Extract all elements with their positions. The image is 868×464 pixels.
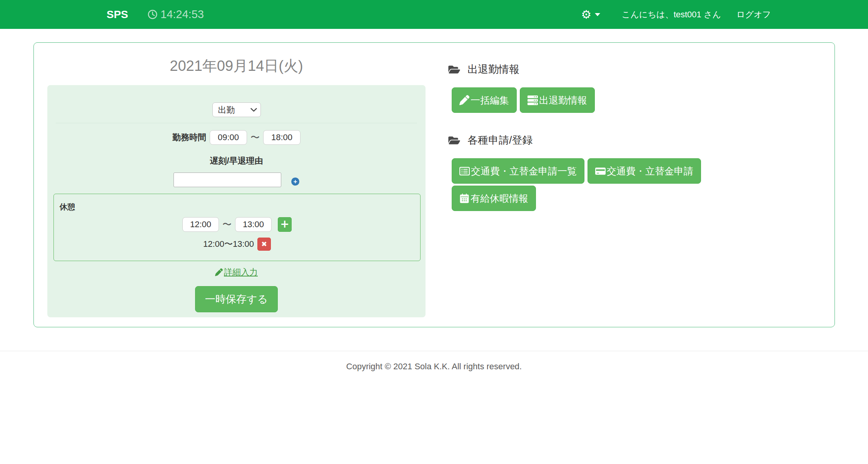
bulk-edit-button[interactable]: 一括編集	[452, 87, 517, 113]
attendance-buttons-row: 一括編集 出退勤情報	[452, 87, 744, 113]
section-heading-label: 各種申請/登録	[467, 133, 533, 147]
button-label: 一括編集	[471, 94, 509, 107]
panel-divider	[56, 123, 417, 123]
break-input-row: 〜 +	[54, 217, 420, 232]
work-start-input[interactable]	[210, 130, 247, 145]
work-end-input[interactable]	[263, 130, 300, 145]
logoff-link[interactable]: ログオフ	[736, 9, 771, 20]
worktime-separator: 〜	[250, 131, 260, 144]
server-icon	[527, 95, 538, 106]
clock-display: 14:24:53	[147, 8, 204, 21]
date-title: 2021年09月14日(火)	[47, 56, 426, 76]
break-entry-row: 12:00〜13:00 ✖	[54, 238, 420, 251]
button-label: 交通費・立替金申請一覧	[471, 165, 577, 178]
list-alt-icon	[459, 166, 470, 176]
footer-divider	[0, 351, 868, 351]
pencil-icon	[215, 268, 223, 276]
brand-link[interactable]: SPS	[107, 8, 128, 21]
remove-break-button[interactable]: ✖	[257, 238, 271, 251]
worktime-row: 勤務時間 〜	[47, 130, 426, 145]
clock-time: 14:24:53	[160, 8, 204, 21]
main-card: 2021年09月14日(火) 出勤 勤務時間 〜 遅刻/早退理由 +	[33, 42, 835, 327]
expense-apply-button[interactable]: 交通費・立替金申請	[588, 158, 701, 184]
expense-list-button[interactable]: 交通費・立替金申請一覧	[452, 158, 584, 184]
folder-open-icon	[448, 64, 460, 75]
credit-card-icon	[595, 166, 606, 176]
temp-save-button[interactable]: 一時保存する	[195, 286, 278, 312]
detail-row: 詳細入力	[47, 266, 426, 278]
detail-input-link[interactable]: 詳細入力	[215, 266, 258, 278]
greeting-text: こんにちは、test001 さん	[622, 9, 721, 20]
folder-open-icon	[448, 135, 460, 146]
plus-circle-icon[interactable]: +	[291, 178, 299, 186]
button-label: 出退勤情報	[539, 94, 587, 107]
attendance-entry-column: 2021年09月14日(火) 出勤 勤務時間 〜 遅刻/早退理由 +	[47, 50, 426, 317]
late-reason-row: +	[47, 173, 426, 187]
break-end-input[interactable]	[235, 217, 272, 232]
section-heading-applications: 各種申請/登録	[448, 133, 823, 147]
attendance-type-select[interactable]: 出勤	[212, 102, 261, 117]
calendar-icon	[459, 193, 469, 203]
settings-dropdown[interactable]: ⚙	[581, 9, 600, 20]
menu-column: 出退勤情報 一括編集	[448, 50, 823, 317]
break-label: 休憩	[54, 202, 420, 212]
attendance-info-button[interactable]: 出退勤情報	[520, 87, 595, 113]
attendance-type-select-control[interactable]: 出勤	[212, 102, 261, 117]
worktime-label: 勤務時間	[172, 132, 206, 143]
clock-icon	[147, 9, 158, 20]
late-reason-input[interactable]	[174, 173, 281, 187]
detail-link-label: 詳細入力	[224, 266, 258, 278]
gear-icon: ⚙	[581, 9, 591, 20]
button-label: 有給休暇情報	[471, 192, 528, 205]
section-heading-attendance: 出退勤情報	[448, 62, 823, 76]
attendance-panel: 出勤 勤務時間 〜 遅刻/早退理由 + 休憩	[47, 85, 426, 317]
button-label: 交通費・立替金申請	[607, 165, 693, 178]
break-section: 休憩 〜 + 12:00〜13:00 ✖	[53, 194, 421, 261]
paid-leave-button[interactable]: 有給休暇情報	[452, 186, 536, 211]
caret-down-icon	[595, 13, 600, 16]
add-break-button[interactable]: +	[278, 217, 292, 232]
footer-copyright: Copyright © 2021 Sola K.K. All rights re…	[0, 362, 868, 372]
break-start-input[interactable]	[182, 217, 219, 232]
navbar: SPS 14:24:53 ⚙ こんにちは、test001 さん ログオフ	[0, 0, 868, 29]
section-heading-label: 出退勤情報	[467, 62, 519, 76]
break-separator: 〜	[222, 218, 232, 231]
applications-buttons-row: 交通費・立替金申請一覧 交通費・立替金申請 有給休暇情報	[452, 158, 744, 211]
late-reason-label: 遅刻/早退理由	[47, 155, 426, 167]
break-entry-text: 12:00〜13:00	[203, 238, 254, 250]
pencil-icon	[459, 95, 469, 105]
